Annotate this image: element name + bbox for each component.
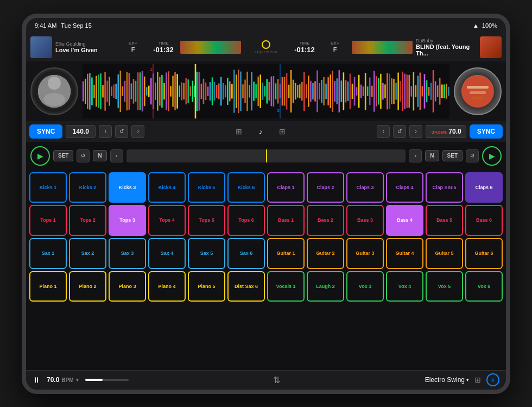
pad-claps-3[interactable]: Claps 3: [346, 172, 384, 203]
pad-tops-6[interactable]: Tops 6: [227, 205, 265, 236]
left-platter[interactable]: [30, 67, 78, 115]
bpm-down-icon: ▾: [76, 377, 79, 383]
pad-guitar-1[interactable]: Guitar 1: [267, 238, 305, 269]
svg-rect-156: [417, 76, 419, 107]
pad-tops-4[interactable]: Tops 4: [148, 205, 186, 236]
right-n-button[interactable]: N: [425, 150, 439, 161]
pad-sax-2[interactable]: Sax 2: [69, 238, 106, 269]
pad-claps-2[interactable]: Claps 2: [307, 172, 344, 203]
pad-kicks-2[interactable]: Kicks 2: [69, 172, 106, 203]
pad-vox-3[interactable]: Vox 3: [346, 271, 384, 302]
right-play-button[interactable]: ▶: [482, 146, 502, 166]
svg-rect-61: [210, 82, 211, 100]
pad-kicks-1[interactable]: Kicks 1: [29, 172, 67, 203]
svg-rect-71: [231, 84, 233, 98]
left-set-button[interactable]: SET: [53, 150, 73, 161]
right-time-label: TIME: [299, 41, 309, 46]
pad-guitar-4[interactable]: Guitar 4: [386, 238, 423, 269]
pause-button[interactable]: ⏸: [33, 375, 40, 384]
add-button[interactable]: +: [486, 373, 499, 386]
pad-bass-4[interactable]: Bass 4: [386, 205, 423, 236]
fx-button[interactable]: ⊞: [231, 124, 246, 139]
pad-tops-3[interactable]: Tops 3: [109, 205, 146, 236]
svg-rect-143: [389, 73, 390, 109]
svg-rect-123: [345, 80, 347, 102]
svg-rect-158: [422, 86, 423, 96]
pad-bass-3[interactable]: Bass 3: [346, 205, 384, 236]
bpm-tempo-slider[interactable]: [85, 379, 129, 381]
cue-strip[interactable]: [126, 149, 406, 162]
left-nav-prev[interactable]: ‹: [99, 125, 112, 138]
pad-sax-1[interactable]: Sax 1: [29, 238, 67, 269]
svg-rect-36: [155, 83, 156, 100]
pad-vox-6[interactable]: Vox 6: [465, 271, 503, 302]
mixer-icon-button[interactable]: ⇅: [273, 375, 280, 385]
grid-layout-button[interactable]: ⊞: [474, 375, 481, 384]
main-waveform[interactable]: 1 2: [83, 64, 449, 118]
pad-dist-sax-6[interactable]: Dist Sax 6: [227, 271, 265, 302]
right-sync-button[interactable]: SYNC: [470, 124, 503, 139]
right-platter-face: [461, 75, 494, 108]
pad-tops-2[interactable]: Tops 2: [69, 205, 106, 236]
pad-piano-3[interactable]: Piano 3: [109, 271, 146, 302]
right-loop-reset[interactable]: ↺: [466, 149, 479, 162]
right-platter[interactable]: [454, 67, 502, 115]
pad-bass-6[interactable]: Bass 6: [465, 205, 503, 236]
pad-bass-5[interactable]: Bass 5: [426, 205, 463, 236]
pad-kicks-5[interactable]: Kicks 5: [188, 172, 225, 203]
svg-rect-101: [297, 85, 299, 97]
svg-rect-20: [120, 70, 122, 111]
pad-piano-2[interactable]: Piano 2: [69, 271, 106, 302]
pad-bass-2[interactable]: Bass 2: [307, 205, 344, 236]
pad-kicks-3[interactable]: Kicks 3: [109, 172, 146, 203]
pad-laugh-2[interactable]: Laugh 2: [307, 271, 344, 302]
pad-piano-5[interactable]: Piano 5: [188, 271, 225, 302]
left-nav-next[interactable]: ›: [131, 125, 144, 138]
pad-sax-6[interactable]: Sax 6: [227, 238, 265, 269]
pad-kicks-4[interactable]: Kicks 4: [148, 172, 186, 203]
pad-vocals-1[interactable]: Vocals 1: [267, 271, 305, 302]
left-loop-btn[interactable]: ↺: [115, 125, 128, 138]
left-loop-reset[interactable]: ↺: [77, 149, 90, 162]
svg-rect-62: [212, 77, 213, 105]
pad-bass-1[interactable]: Bass 1: [267, 205, 305, 236]
svg-rect-28: [137, 72, 139, 110]
right-loop-btn[interactable]: ↺: [393, 125, 406, 138]
crossfader-dot[interactable]: [262, 40, 270, 49]
pad-tops-5[interactable]: Tops 5: [188, 205, 225, 236]
left-sync-button[interactable]: SYNC: [29, 124, 62, 139]
left-n-button[interactable]: N: [93, 150, 106, 161]
pad-kicks-6[interactable]: Kicks 6: [227, 172, 265, 203]
pad-piano-1[interactable]: Piano 1: [29, 271, 67, 302]
svg-rect-122: [343, 72, 345, 110]
pad-vox-5[interactable]: Vox 5: [426, 271, 463, 302]
pad-sax-3[interactable]: Sax 3: [109, 238, 146, 269]
right-set-button[interactable]: SET: [442, 150, 463, 161]
bottom-center: ⇅: [135, 375, 419, 385]
pad-guitar-5[interactable]: Guitar 5: [426, 238, 463, 269]
pad-piano-4[interactable]: Piano 4: [148, 271, 186, 302]
pad-claps-6[interactable]: Claps 6: [465, 172, 503, 203]
pad-claps-4[interactable]: Claps 4: [386, 172, 423, 203]
genre-selector[interactable]: Electro Swing ▾: [425, 376, 469, 384]
pad-guitar-6[interactable]: Guitar 6: [465, 238, 503, 269]
pad-clap-snr-5[interactable]: Clap Snr.5: [426, 172, 463, 203]
pad-sax-4[interactable]: Sax 4: [148, 238, 186, 269]
svg-rect-78: [246, 71, 248, 110]
pad-guitar-3[interactable]: Guitar 3: [346, 238, 384, 269]
left-cue-prev[interactable]: ‹: [110, 149, 123, 162]
svg-rect-31: [144, 76, 145, 106]
pad-guitar-2[interactable]: Guitar 2: [307, 238, 344, 269]
pad-tops-1[interactable]: Tops 1: [29, 205, 67, 236]
pad-sax-5[interactable]: Sax 5: [188, 238, 225, 269]
svg-rect-41: [166, 72, 167, 110]
right-nav-prev[interactable]: ‹: [377, 125, 390, 138]
music-note-button[interactable]: ♪: [253, 124, 268, 139]
grid-view-button[interactable]: ⊞: [275, 124, 290, 139]
pad-claps-1[interactable]: Claps 1: [267, 172, 305, 203]
pad-vox-4[interactable]: Vox 4: [386, 271, 423, 302]
right-mini-waveform: [352, 41, 413, 54]
right-nav-next[interactable]: ›: [409, 125, 422, 138]
left-play-button[interactable]: ▶: [30, 146, 50, 166]
right-cue-next[interactable]: ›: [409, 149, 422, 162]
